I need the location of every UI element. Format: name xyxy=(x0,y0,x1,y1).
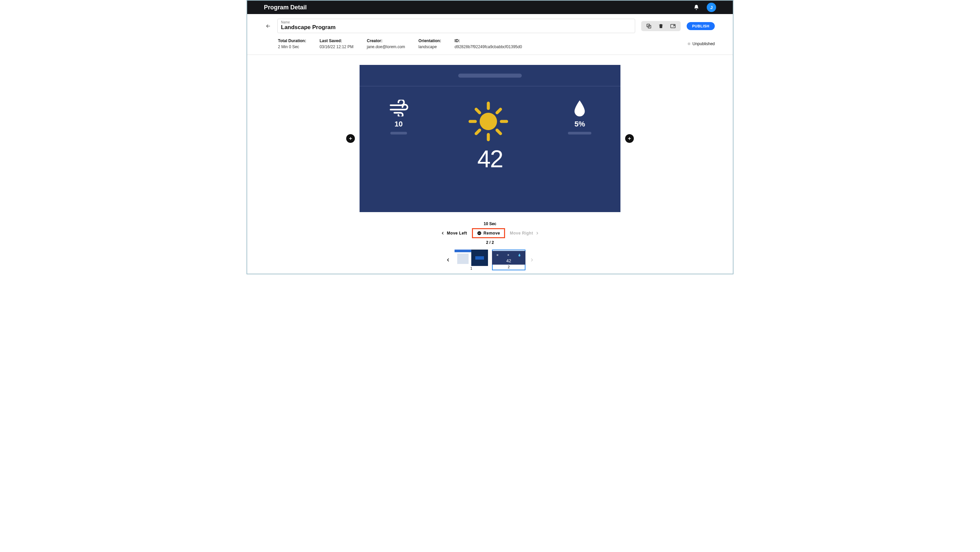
plus-icon xyxy=(627,136,632,141)
humidity-value: 5% xyxy=(574,120,585,129)
placeholder-pill xyxy=(458,73,522,78)
thumb-prev-icon[interactable] xyxy=(446,258,450,262)
meta-orientation: Orientation: landscape xyxy=(418,38,441,49)
svg-line-9 xyxy=(497,130,500,134)
meta-row: Total Duration: 2 Min 0 Sec Last Saved: … xyxy=(265,33,715,54)
move-right-button: Move Right xyxy=(510,231,539,235)
slide-preview[interactable]: 10 xyxy=(360,65,620,212)
svg-line-8 xyxy=(476,110,480,113)
wind-icon: ≋ xyxy=(496,254,499,256)
status-dot-icon xyxy=(688,43,690,45)
svg-point-3 xyxy=(480,113,497,130)
thumb-next-icon xyxy=(530,258,534,262)
svg-line-11 xyxy=(497,110,500,113)
back-arrow-icon[interactable] xyxy=(265,23,271,29)
meta-creator: Creator: jane.doe@lorem.com xyxy=(367,38,405,49)
move-left-button[interactable]: Move Left xyxy=(441,231,467,235)
plus-icon xyxy=(348,136,353,141)
slide-controls: 10 Sec Move Left Remove Move Right 2 xyxy=(441,221,539,245)
page-title: Program Detail xyxy=(264,4,307,11)
meta-last-saved: Last Saved: 03/16/22 12:12 PM xyxy=(320,38,353,49)
remove-button[interactable]: Remove xyxy=(477,231,500,235)
trash-icon[interactable] xyxy=(658,23,664,29)
sun-icon: ☀ xyxy=(507,254,509,256)
publish-status: Unpublished xyxy=(688,38,715,49)
add-slide-left-button[interactable] xyxy=(346,134,355,143)
wind-icon xyxy=(389,100,409,116)
slide-header-bar xyxy=(360,65,620,86)
svg-line-10 xyxy=(476,130,480,134)
thumbnail-1[interactable]: 1 xyxy=(455,250,488,270)
thumbnail-label: 1 xyxy=(470,267,472,270)
meta-id: ID: d92828b7f92249fca9cbabbcf01395d0 xyxy=(455,38,522,49)
thumb-temp: 42 xyxy=(492,258,525,263)
avatar[interactable]: J xyxy=(707,3,716,12)
action-pill xyxy=(641,21,681,31)
remove-button-highlight: Remove xyxy=(472,228,505,238)
placeholder-pill xyxy=(568,132,591,135)
placeholder-pill xyxy=(390,132,407,135)
copy-icon[interactable] xyxy=(646,23,652,29)
remove-circle-icon xyxy=(477,231,482,235)
header-zone: Name Landscape Program PUBLISH Total Dur… xyxy=(247,14,733,54)
canvas-area: 10 xyxy=(247,55,733,274)
notifications-icon[interactable] xyxy=(694,4,699,10)
thumbnail-label: 2 xyxy=(508,265,510,269)
temperature-value: 42 xyxy=(477,145,503,173)
program-name-field[interactable]: Name Landscape Program xyxy=(277,19,635,33)
chevron-left-icon xyxy=(441,231,445,235)
water-drop-icon: 💧 xyxy=(518,254,521,256)
slide-duration: 10 Sec xyxy=(484,221,496,226)
slide-position: 2 / 2 xyxy=(486,240,494,245)
publish-button[interactable]: PUBLISH xyxy=(687,22,715,30)
name-value: Landscape Program xyxy=(281,24,632,31)
chevron-right-icon xyxy=(535,231,539,235)
humidity-column: 5% xyxy=(568,100,591,135)
svg-rect-13 xyxy=(478,233,480,233)
meta-total-duration: Total Duration: 2 Min 0 Sec xyxy=(278,38,306,49)
sun-icon xyxy=(466,100,510,143)
name-label: Name xyxy=(281,21,632,24)
sun-column xyxy=(466,100,510,143)
thumbnail-2[interactable]: ≋ ☀ 💧 42 2 xyxy=(492,250,525,270)
thumbnail-row: 1 ≋ ☀ 💧 42 2 xyxy=(446,250,534,270)
wind-column: 10 xyxy=(389,100,409,135)
wind-value: 10 xyxy=(395,120,402,129)
topbar: Program Detail J xyxy=(247,1,733,14)
add-slide-right-button[interactable] xyxy=(625,134,634,143)
fullscreen-icon[interactable] xyxy=(670,23,676,29)
water-drop-icon xyxy=(573,100,586,116)
